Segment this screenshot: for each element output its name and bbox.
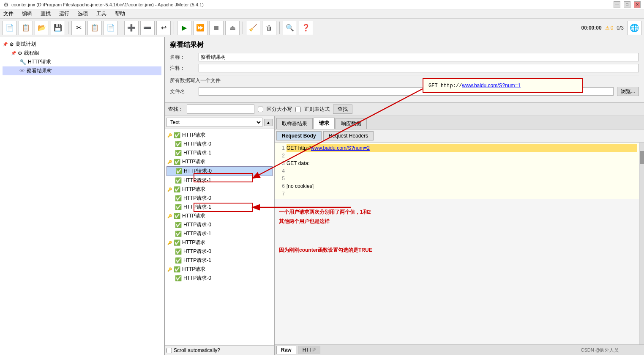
list-item[interactable]: 🔑 ✅ HTTP请求 bbox=[166, 212, 273, 220]
filename-input[interactable] bbox=[199, 87, 614, 96]
list-item[interactable]: 🔑 ✅ HTTP请求 bbox=[166, 131, 273, 140]
list-item[interactable]: 🔑 ✅ HTTP请求 bbox=[166, 185, 273, 194]
list-item[interactable]: ✅ HTTP请求-1 bbox=[166, 203, 273, 212]
add-button[interactable]: ➕ bbox=[124, 21, 139, 35]
case-sensitive-checkbox[interactable] bbox=[258, 107, 263, 112]
tree-item-result[interactable]: 👁 察看结果树 bbox=[3, 66, 161, 75]
scroll-auto-row: Scroll automatically? bbox=[165, 345, 274, 355]
regex-label: 正则表达式 bbox=[304, 106, 330, 113]
bottom-tab-http[interactable]: HTTP bbox=[298, 346, 320, 354]
list-item[interactable]: ✅ HTTP请求-1 bbox=[166, 176, 273, 185]
plan-label: 测试计划 bbox=[16, 41, 36, 48]
help-button[interactable]: ❓ bbox=[299, 21, 313, 35]
search-input[interactable] bbox=[187, 105, 254, 114]
pin-icon: 🔑 bbox=[167, 214, 172, 218]
undo-button[interactable]: ↩ bbox=[156, 21, 171, 35]
remove-button[interactable]: ➖ bbox=[140, 21, 155, 35]
tree-item-http[interactable]: 🔧 HTTP请求 bbox=[3, 58, 161, 66]
clear-all-button[interactable]: 🗑 bbox=[262, 21, 276, 35]
comment-input[interactable] bbox=[199, 64, 639, 72]
list-item[interactable]: ✅ HTTP请求-1 bbox=[166, 256, 273, 265]
search-button[interactable]: 🔍 bbox=[283, 21, 297, 35]
search-row: 查找： 区分大小写 正则表达式 查找 bbox=[165, 102, 644, 116]
open-button[interactable]: 📂 bbox=[35, 21, 49, 35]
tab-sampler-result[interactable]: 取样器结果 bbox=[276, 118, 313, 129]
result-tree-scroll[interactable]: 🔑 ✅ HTTP请求 ✅ HTTP请求-0 ✅ HTTP请求-1 bbox=[165, 129, 274, 345]
browse-button[interactable]: 浏览... bbox=[617, 87, 639, 96]
list-item[interactable]: ✅ HTTP请求-0 bbox=[166, 247, 273, 256]
list-item[interactable]: 🔑 ✅ HTTP请求 bbox=[166, 157, 273, 166]
bottom-tab-raw[interactable]: Raw bbox=[276, 346, 296, 354]
list-item[interactable]: ✅ HTTP请求-0 bbox=[166, 274, 273, 283]
req-tab-body[interactable]: Request Body bbox=[276, 131, 322, 140]
pin-icon: 🔑 bbox=[167, 241, 172, 245]
start-button[interactable]: ▶ bbox=[177, 21, 191, 35]
tab-response-data[interactable]: 响应数据 bbox=[336, 118, 367, 129]
minimize-button[interactable]: — bbox=[614, 1, 620, 8]
list-item[interactable]: ✅ HTTP请求-0 bbox=[166, 194, 273, 203]
start-no-pause-button[interactable]: ⏩ bbox=[193, 21, 207, 35]
regex-checkbox[interactable] bbox=[295, 107, 301, 112]
separator-4 bbox=[243, 22, 243, 34]
thread-label: 线程组 bbox=[24, 50, 39, 57]
maximize-button[interactable]: □ bbox=[624, 1, 630, 8]
item-label: HTTP请求 bbox=[182, 186, 205, 193]
close-button[interactable]: ✕ bbox=[634, 1, 641, 8]
annotation-text-2: 其他两个用户也是这样 bbox=[279, 217, 635, 226]
search-button[interactable]: 查找 bbox=[333, 105, 352, 114]
tree-item-plan[interactable]: 📌 ⚙ 测试计划 bbox=[3, 40, 161, 49]
tree-item-thread[interactable]: 📌 ⚙ 线程组 bbox=[3, 49, 161, 58]
case-sensitive-label: 区分大小写 bbox=[267, 106, 292, 113]
stop-button[interactable]: ⏹ bbox=[209, 21, 224, 35]
status-icon: ✅ bbox=[174, 266, 180, 272]
item-label: HTTP请求-1 bbox=[183, 149, 211, 157]
template-button[interactable]: 📋 bbox=[19, 21, 33, 35]
save-button[interactable]: 💾 bbox=[51, 21, 65, 35]
item-label: HTTP请求 bbox=[182, 158, 205, 165]
menu-help[interactable]: 帮助 bbox=[113, 9, 127, 18]
vertical-scrollbar[interactable] bbox=[639, 143, 644, 344]
menu-file[interactable]: 文件 bbox=[2, 9, 15, 18]
menu-edit[interactable]: 编辑 bbox=[20, 9, 34, 18]
view-mode-dropdown[interactable]: Text RegExp Tester CSS/JQuery Tester XPa… bbox=[166, 118, 262, 127]
code-line-4 bbox=[287, 167, 637, 175]
list-item[interactable]: ✅ HTTP请求-0 bbox=[166, 140, 273, 149]
comment-label: 注释： bbox=[170, 65, 195, 72]
annotation-area: 一个用户请求两次分别用了两个值，1和2 其他两个用户也是这样 因为刚刚count… bbox=[275, 199, 639, 264]
list-item[interactable]: 🔑 ✅ HTTP请求 bbox=[166, 238, 273, 247]
list-item[interactable]: ✅ HTTP请求-0 bbox=[166, 220, 273, 229]
clear-button[interactable]: 🧹 bbox=[246, 21, 260, 35]
list-item[interactable]: ✅ HTTP请求-1 bbox=[166, 229, 273, 238]
item-label: HTTP请求-1 bbox=[183, 177, 211, 184]
item-label: HTTP请求 bbox=[182, 132, 205, 139]
url-link[interactable]: www.baidu.com/S?num=2 bbox=[311, 145, 370, 151]
code-line-2 bbox=[287, 152, 637, 160]
list-item[interactable]: ✅ HTTP请求-1 bbox=[166, 149, 273, 157]
menu-options[interactable]: 选项 bbox=[76, 9, 90, 18]
shutdown-button[interactable]: ⏏ bbox=[225, 21, 240, 35]
menu-find[interactable]: 查找 bbox=[39, 9, 52, 18]
menu-tools[interactable]: 工具 bbox=[95, 9, 108, 18]
list-item[interactable]: 🔑 ✅ HTTP请求 bbox=[166, 265, 273, 274]
req-tab-headers[interactable]: Request Headers bbox=[323, 131, 374, 140]
new-button[interactable]: 📄 bbox=[3, 21, 17, 35]
name-input[interactable] bbox=[199, 53, 639, 61]
status-icon: ✅ bbox=[175, 275, 182, 281]
status-icon: ✅ bbox=[175, 222, 182, 228]
list-item[interactable]: ✅ HTTP请求-0 bbox=[166, 166, 273, 176]
code-line-1: GET http://www.baidu.com/S?num=2 bbox=[287, 144, 637, 152]
tab-request[interactable]: 请求 bbox=[314, 118, 335, 129]
project-tree: 📌 ⚙ 测试计划 📌 ⚙ 线程组 🔧 HTTP请求 👁 bbox=[0, 37, 164, 355]
scroll-up-btn[interactable]: ▲ bbox=[264, 119, 273, 126]
item-label: HTTP请求-1 bbox=[183, 257, 211, 264]
menu-run[interactable]: 运行 bbox=[57, 9, 71, 18]
request-body-content: 1 2 3 4 5 6 7 GET http://www.baidu.com/S bbox=[275, 143, 639, 344]
scrollbar-thumb[interactable] bbox=[640, 151, 644, 164]
toolbar: 📄 📋 📂 💾 ✂ 📋 📄 ➕ ➖ ↩ ▶ ⏩ ⏹ ⏏ 🧹 🗑 🔍 ❓ 00:0… bbox=[0, 19, 644, 37]
copy-button[interactable]: 📋 bbox=[87, 21, 102, 35]
cut-button[interactable]: ✂ bbox=[71, 21, 86, 35]
status-icon: ✅ bbox=[175, 177, 182, 184]
globe-button[interactable]: 🌐 bbox=[627, 21, 641, 35]
paste-button[interactable]: 📄 bbox=[104, 21, 118, 35]
scroll-auto-checkbox[interactable] bbox=[166, 348, 172, 353]
